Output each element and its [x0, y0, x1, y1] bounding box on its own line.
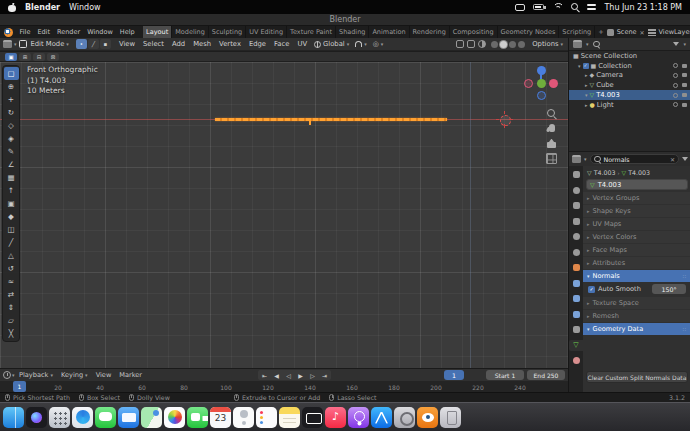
- dock-icon-podcasts[interactable]: [348, 407, 369, 428]
- wifi-icon[interactable]: [552, 3, 562, 11]
- playback-menu[interactable]: Playback▾: [16, 371, 57, 379]
- macos-app-menu[interactable]: Blender: [25, 3, 60, 12]
- inset-faces-tool[interactable]: ▣: [4, 197, 19, 210]
- collection-render-icon[interactable]: [682, 64, 687, 68]
- light-expand-icon[interactable]: ▸: [585, 102, 588, 108]
- outliner-editor-icon[interactable]: [573, 40, 582, 48]
- workspace-tab-uv-editing[interactable]: UV Editing: [246, 26, 287, 38]
- frame-end-field[interactable]: End250: [527, 370, 565, 380]
- marker-menu[interactable]: Marker: [116, 371, 146, 379]
- keying-menu[interactable]: Keying▾: [57, 371, 91, 379]
- add-workspace-button[interactable]: +: [595, 26, 606, 38]
- view-menu[interactable]: View: [116, 40, 138, 48]
- transform-tool[interactable]: ◈: [4, 132, 19, 145]
- dock-icon-trash[interactable]: [440, 407, 461, 428]
- rip-region-tool[interactable]: ╳: [4, 327, 19, 340]
- section-vertex-colors[interactable]: ▸Vertex Colors: [583, 231, 690, 243]
- menu-edit[interactable]: Edit: [34, 26, 54, 38]
- outliner-options-caret-icon[interactable]: ▾: [683, 41, 686, 47]
- clear-custom-split-normals-button[interactable]: Clear Custom Split Normals Data: [586, 371, 688, 383]
- object-data-tab-icon[interactable]: ▽: [569, 340, 583, 351]
- vertex-select-mode-button[interactable]: •: [76, 39, 87, 49]
- cube-render-icon[interactable]: [682, 83, 687, 87]
- toggle-perspective-icon[interactable]: [546, 153, 557, 164]
- outliner-row-light[interactable]: ▸ ● Light: [569, 100, 690, 110]
- light-render-icon[interactable]: [682, 103, 687, 107]
- cube-hide-icon[interactable]: [673, 83, 678, 88]
- cube-expand-icon[interactable]: ▸: [585, 82, 588, 88]
- dock-icon-maps[interactable]: [141, 407, 162, 428]
- world-tab-icon[interactable]: [569, 247, 583, 258]
- uv-menu[interactable]: UV: [294, 40, 310, 48]
- poly-build-tool[interactable]: △: [4, 249, 19, 262]
- rotate-tool[interactable]: ↻: [4, 106, 19, 119]
- control-center-icon[interactable]: [587, 3, 596, 11]
- collection-expand-icon[interactable]: ▾: [578, 63, 581, 69]
- face-menu[interactable]: Face: [271, 40, 292, 48]
- dock-icon-blender[interactable]: [417, 407, 438, 428]
- extrude-region-tool[interactable]: ↑: [4, 184, 19, 197]
- editor-type-icon[interactable]: [3, 40, 12, 48]
- dock-icon-reminders[interactable]: [256, 407, 277, 428]
- workspace-tab-texture-paint[interactable]: Texture Paint: [287, 26, 336, 38]
- select-mode-new-icon[interactable]: ▣: [5, 53, 17, 61]
- show-overlays-icon[interactable]: [467, 40, 475, 48]
- t4-hide-icon[interactable]: [673, 93, 678, 98]
- shrink-fatten-tool[interactable]: ⇕: [4, 301, 19, 314]
- section-shape-keys[interactable]: ▸Shape Keys: [583, 205, 690, 217]
- shading-solid-icon[interactable]: [500, 41, 507, 48]
- measure-tool[interactable]: ∠: [4, 158, 19, 171]
- add-menu[interactable]: Add: [169, 40, 188, 48]
- gizmo-x-negative-icon[interactable]: [524, 79, 533, 88]
- mode-selector[interactable]: Edit Mode▾: [29, 40, 71, 48]
- select-mode-subtract-icon[interactable]: ⊟: [33, 53, 45, 61]
- constraints-tab-icon[interactable]: [569, 324, 583, 335]
- jump-to-next-keyframe-button[interactable]: ▷: [307, 370, 318, 380]
- bevel-tool[interactable]: ◆: [4, 210, 19, 223]
- scene-unlink-icon[interactable]: ✕: [640, 29, 645, 36]
- shear-tool[interactable]: ▱: [4, 314, 19, 327]
- shading-rendered-icon[interactable]: [518, 41, 525, 48]
- smooth-tool[interactable]: ≈: [4, 275, 19, 288]
- gizmo-x-positive-icon[interactable]: [549, 79, 558, 88]
- add-cube-tool[interactable]: ▦: [4, 171, 19, 184]
- dock-icon-facetime[interactable]: [187, 407, 208, 428]
- outliner-row-cube[interactable]: ▸ ▽ Cube: [569, 80, 690, 90]
- shading-material-icon[interactable]: [509, 41, 516, 48]
- tool-tab-icon[interactable]: [569, 169, 583, 180]
- t4-render-icon[interactable]: [682, 93, 687, 97]
- section-face-maps[interactable]: ▸Face Maps: [583, 244, 690, 256]
- annotate-tool[interactable]: ✎: [4, 145, 19, 158]
- section-normals[interactable]: ▾Normals∷: [583, 270, 690, 282]
- section-attributes[interactable]: ▸Attributes: [583, 257, 690, 269]
- snapping-toggle[interactable]: ▾: [353, 41, 369, 47]
- auto-smooth-checkbox[interactable]: ✓: [588, 286, 595, 293]
- dock-icon-music[interactable]: [325, 407, 346, 428]
- scene-selector[interactable]: Scene: [617, 28, 637, 36]
- spin-tool[interactable]: ↺: [4, 262, 19, 275]
- mesh-menu[interactable]: Mesh: [190, 40, 214, 48]
- transform-orientation-selector[interactable]: Global▾: [312, 40, 351, 48]
- workspace-tab-shading[interactable]: Shading: [336, 26, 369, 38]
- current-frame-field[interactable]: 1: [444, 370, 464, 380]
- collection-hide-icon[interactable]: [673, 63, 678, 68]
- light-hide-icon[interactable]: [673, 102, 678, 107]
- auto-smooth-angle-field[interactable]: 150°: [652, 284, 686, 294]
- toggle-xray-icon[interactable]: [478, 40, 486, 48]
- breadcrumb-object[interactable]: T4.003: [594, 169, 616, 176]
- dock-icon-app-store[interactable]: [371, 407, 392, 428]
- modifiers-tab-icon[interactable]: [569, 278, 583, 289]
- properties-filter-icon[interactable]: [682, 157, 688, 161]
- timeline-view-menu[interactable]: View: [92, 371, 115, 379]
- menu-render[interactable]: Render: [53, 26, 83, 38]
- display-icon[interactable]: [515, 4, 525, 11]
- knife-tool[interactable]: ╱: [4, 236, 19, 249]
- menubar-clock[interactable]: Thu Jun 23 1:18 PM: [604, 3, 682, 12]
- t4-expand-icon[interactable]: ▾: [585, 92, 588, 98]
- outliner-search-icon[interactable]: [593, 40, 601, 48]
- mesh-name-field[interactable]: ▽ T4.003: [586, 179, 688, 190]
- apple-menu-icon[interactable]: [8, 2, 16, 12]
- options-dropdown[interactable]: Options▾: [530, 40, 565, 48]
- output-tab-icon[interactable]: [569, 200, 583, 211]
- move-view-icon[interactable]: [546, 123, 557, 134]
